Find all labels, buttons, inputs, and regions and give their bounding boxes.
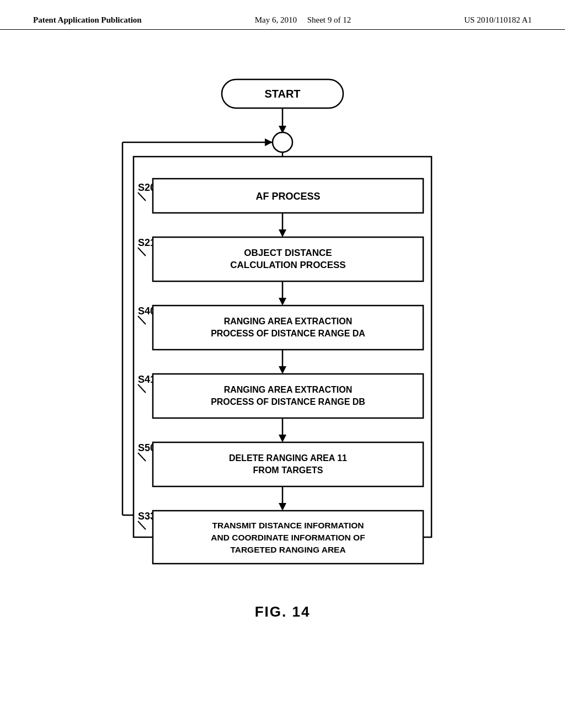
step-s50-text-line2: FROM TARGETS (253, 465, 323, 475)
loop-junction (273, 132, 292, 152)
main-content: START S20 AF PROCESS S21 OBJECT DISTANC (0, 30, 565, 620)
date-sheet: May 6, 2010 Sheet 9 of 12 (255, 15, 351, 25)
flowchart-diagram: START S20 AF PROCESS S21 OBJECT DISTANC (89, 68, 476, 576)
step-s50-text-line1: DELETE RANGING AREA 11 (229, 453, 347, 463)
svg-rect-19 (153, 306, 423, 350)
date: May 6, 2010 (255, 15, 297, 24)
publication-label: Patent Application Publication (33, 15, 142, 25)
figure-caption: FIG. 14 (255, 603, 311, 620)
sheet-number: Sheet 9 of 12 (307, 15, 351, 24)
step-s41-text-line2: PROCESS OF DISTANCE RANGE DB (211, 397, 365, 406)
step-s40-text-line2: PROCESS OF DISTANCE RANGE DA (211, 329, 365, 338)
step-s21-text-line1: OBJECT DISTANCE (244, 248, 332, 258)
svg-marker-9 (265, 138, 273, 146)
step-s41-text-line1: RANGING AREA EXTRACTION (224, 385, 353, 394)
step-s33-text-line1: TRANSMIT DISTANCE INFORMATION (212, 521, 364, 530)
step-s20-text: AF PROCESS (255, 191, 320, 202)
patent-number: US 2010/110182 A1 (464, 15, 532, 25)
step-s33-text-line3: TARGETED RANGING AREA (230, 545, 345, 554)
step-s33-text-line2: AND COORDINATE INFORMATION OF (211, 533, 365, 542)
page-header: Patent Application Publication May 6, 20… (0, 0, 565, 30)
svg-rect-27 (153, 442, 423, 486)
step-s40-text-line1: RANGING AREA EXTRACTION (224, 317, 353, 326)
svg-rect-23 (153, 374, 423, 418)
start-label: START (264, 88, 300, 100)
step-s21-text-line2: CALCULATION PROCESS (230, 260, 345, 270)
svg-rect-15 (153, 237, 423, 281)
